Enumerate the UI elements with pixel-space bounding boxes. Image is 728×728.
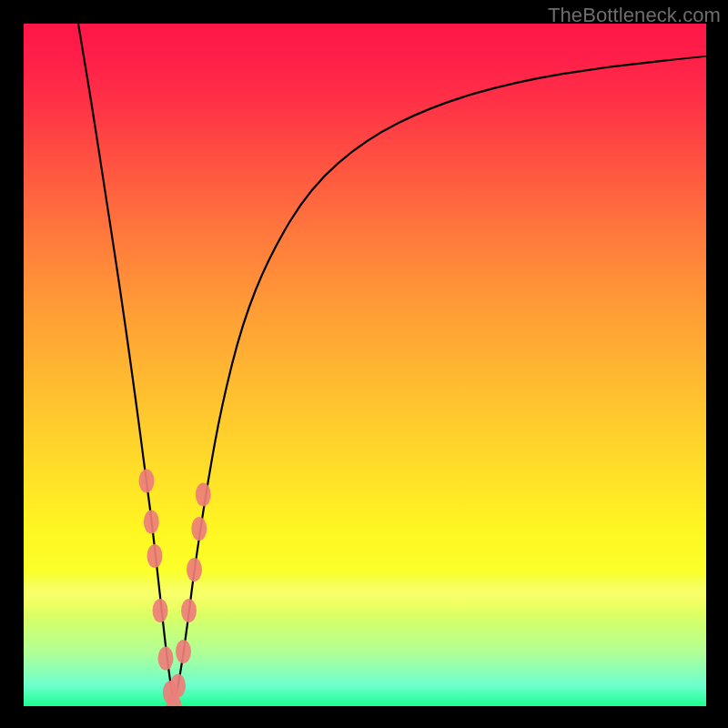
marker-point	[170, 674, 186, 698]
marker-point	[196, 483, 211, 507]
marker-point	[153, 599, 168, 622]
marker-point	[144, 511, 159, 534]
marker-point	[191, 517, 207, 541]
marker-point	[181, 599, 197, 622]
marker-point	[158, 647, 174, 671]
marker-point	[176, 640, 191, 663]
bottleneck-curve	[78, 24, 706, 696]
plot-area	[24, 24, 706, 706]
watermark-text: TheBottleneck.com	[548, 4, 721, 27]
curve-svg	[24, 24, 706, 706]
marker-point	[139, 470, 155, 493]
marker-point	[187, 558, 202, 581]
chart-container: TheBottleneck.com	[0, 0, 728, 728]
marker-point	[147, 544, 163, 568]
